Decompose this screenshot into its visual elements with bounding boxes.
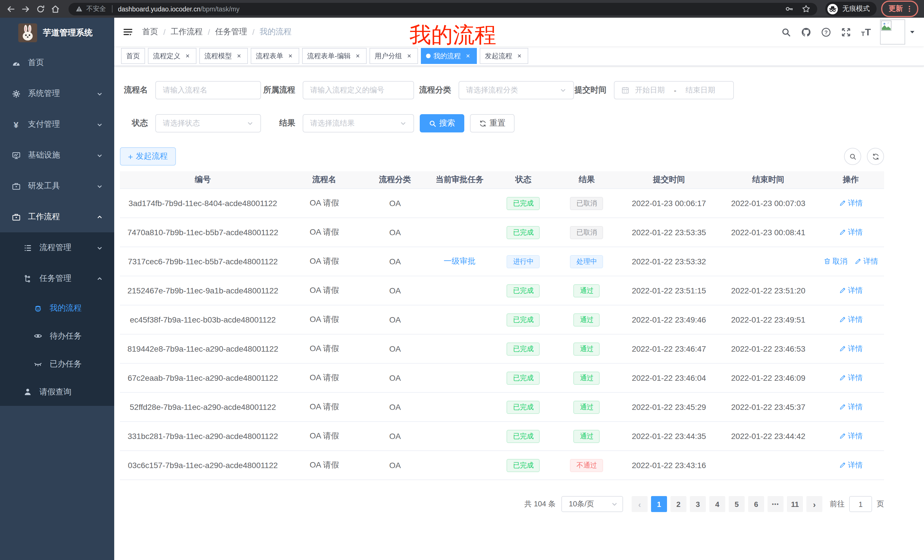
fullscreen-icon[interactable]: [841, 27, 852, 37]
page-button-4[interactable]: 4: [709, 496, 725, 512]
close-icon[interactable]: ×: [516, 52, 523, 60]
github-icon[interactable]: [801, 27, 812, 37]
cell-process-name: OA 请假: [286, 305, 363, 334]
cell-status: 已完成: [492, 189, 555, 218]
tab-start-process[interactable]: 发起流程×: [480, 48, 528, 64]
result-select[interactable]: 请选择流结果: [303, 114, 414, 132]
detail-link[interactable]: 详情: [839, 198, 863, 208]
tags-view: 首页流程定义×流程模型×流程表单×流程表单-编辑×用户分组×我的流程×发起流程×: [114, 46, 924, 66]
hamburger-icon[interactable]: [123, 27, 133, 37]
key-icon[interactable]: [785, 4, 794, 13]
sidebar-item-leave-query[interactable]: 请假查询: [0, 378, 114, 406]
refresh-button[interactable]: [867, 148, 884, 165]
sidebar-item-todo-task[interactable]: 待办任务: [0, 322, 114, 350]
tab-label: 用户分组: [375, 51, 402, 61]
reset-button[interactable]: 重置: [470, 114, 514, 132]
toggle-search-button[interactable]: [844, 148, 861, 165]
cell-status: 已完成: [492, 218, 555, 247]
tab-user-group[interactable]: 用户分组×: [369, 48, 418, 64]
cell-process-name: OA 请假: [286, 451, 363, 480]
tab-home[interactable]: 首页: [121, 48, 145, 64]
action-label: 详情: [848, 198, 863, 208]
more-pages-icon[interactable]: •••: [768, 496, 783, 512]
page-button-3[interactable]: 3: [690, 496, 706, 512]
detail-link[interactable]: 详情: [839, 431, 863, 441]
sidebar-item-label: 系统管理: [28, 88, 60, 99]
close-icon[interactable]: ×: [184, 52, 191, 60]
page-button-1[interactable]: 1: [651, 496, 667, 512]
page-button-2[interactable]: 2: [670, 496, 686, 512]
sidebar-item-devtools[interactable]: 研发工具: [0, 171, 114, 202]
page-button-5[interactable]: 5: [729, 496, 745, 512]
sidebar-item-task-mgmt[interactable]: 任务管理: [0, 263, 114, 294]
close-icon[interactable]: ×: [464, 52, 472, 60]
address-bar[interactable]: 不安全 dashboard.yudao.iocoder.cn/bpm/task/…: [69, 3, 817, 15]
detail-link[interactable]: 详情: [839, 460, 863, 470]
tab-my-process[interactable]: 我的流程×: [421, 48, 477, 64]
detail-link[interactable]: 详情: [839, 285, 863, 296]
breadcrumb-item[interactable]: 工作流程: [171, 27, 203, 37]
app-logo-row[interactable]: 芋道管理系统: [0, 18, 114, 47]
page-size-select[interactable]: 10条/页: [561, 496, 623, 512]
search-icon[interactable]: [781, 27, 792, 37]
tab-process-form[interactable]: 流程表单×: [251, 48, 299, 64]
font-size-icon[interactable]: TT: [861, 27, 871, 37]
jump-page-input[interactable]: 1: [849, 496, 872, 512]
cell-submit-time: 2022-01-22 23:46:47: [619, 334, 719, 363]
close-icon[interactable]: ×: [354, 52, 362, 60]
toolbar-row: + 发起流程: [120, 147, 924, 166]
detail-link[interactable]: 详情: [839, 314, 863, 325]
sidebar-item-system[interactable]: 系统管理: [0, 78, 114, 109]
start-process-button[interactable]: + 发起流程: [120, 147, 176, 166]
next-page-button[interactable]: ›: [806, 496, 822, 512]
kebab-menu-icon[interactable]: [906, 4, 913, 13]
page-button-11[interactable]: 11: [787, 496, 803, 512]
sidebar-item-workflow[interactable]: 工作流程: [0, 202, 114, 232]
detail-link[interactable]: 详情: [854, 256, 878, 267]
current-task-link[interactable]: 一级审批: [444, 256, 476, 265]
avatar-caret-icon[interactable]: [909, 29, 915, 35]
incognito-label: 无痕模式: [842, 4, 870, 14]
close-icon[interactable]: ×: [235, 52, 243, 60]
tree-icon: [23, 274, 32, 283]
sidebar-item-my-process[interactable]: 我的流程: [0, 294, 114, 322]
search-button[interactable]: 搜索: [420, 114, 464, 132]
prev-page-button[interactable]: ‹: [632, 496, 648, 512]
tab-process-model[interactable]: 流程模型×: [199, 48, 248, 64]
browser-menu-button[interactable]: 更新: [881, 1, 918, 17]
sidebar-item-done-task[interactable]: 已办任务: [0, 350, 114, 378]
sidebar-item-payment[interactable]: ¥支付管理: [0, 109, 114, 140]
gear-icon: [11, 89, 21, 98]
close-icon[interactable]: ×: [286, 52, 294, 60]
page-button-6[interactable]: 6: [748, 496, 764, 512]
cell-category: OA: [363, 189, 427, 218]
browser-home-icon[interactable]: [50, 4, 60, 14]
browser-reload-icon[interactable]: [35, 4, 46, 14]
detail-link[interactable]: 详情: [839, 373, 863, 383]
detail-link[interactable]: 详情: [839, 402, 863, 412]
sidebar-item-process-mgmt[interactable]: 流程管理: [0, 232, 114, 263]
parent-process-input[interactable]: 请输入流程定义的编号: [303, 81, 414, 99]
help-icon[interactable]: ?: [821, 27, 831, 37]
breadcrumb-item[interactable]: 任务管理: [215, 27, 247, 37]
cell-id: 03c6c157-7b9a-11ec-a290-acde48001122: [120, 451, 286, 480]
action-label: 详情: [848, 314, 863, 325]
process-category-select[interactable]: 请选择流程分类: [459, 81, 574, 99]
process-name-input[interactable]: 请输入流程名: [155, 81, 261, 99]
cancel-link[interactable]: 取消: [824, 256, 848, 267]
detail-link[interactable]: 详情: [839, 344, 863, 354]
browser-back-icon[interactable]: [6, 4, 16, 14]
bookmark-star-icon[interactable]: [802, 4, 810, 13]
tab-process-form-edit[interactable]: 流程表单-编辑×: [302, 48, 367, 64]
status-select[interactable]: 请选择状态: [155, 114, 261, 132]
breadcrumb-item[interactable]: 首页: [142, 27, 158, 37]
submit-time-range-input[interactable]: 开始日期 - 结束日期: [614, 81, 734, 99]
avatar[interactable]: [880, 19, 905, 45]
cell-end-time: 2022-01-23 00:07:03: [719, 189, 818, 218]
close-icon[interactable]: ×: [405, 52, 413, 60]
detail-link[interactable]: 详情: [839, 227, 863, 238]
sidebar-item-home[interactable]: 首页: [0, 47, 114, 78]
browser-forward-icon[interactable]: [21, 4, 31, 14]
sidebar-item-infra[interactable]: 基础设施: [0, 140, 114, 171]
tab-process-definition[interactable]: 流程定义×: [148, 48, 196, 64]
